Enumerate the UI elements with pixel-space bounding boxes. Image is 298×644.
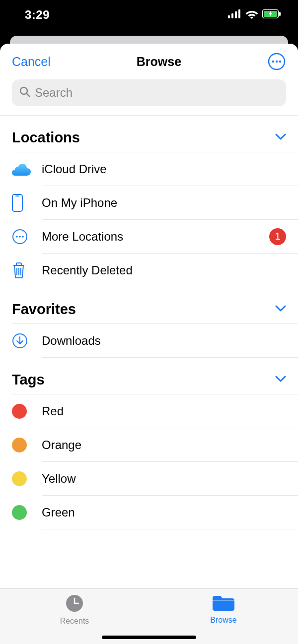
content-scroll[interactable]: Locations iCloud Drive On My iP [0, 115, 298, 644]
tags-list: Red Orange Yellow Green [0, 394, 298, 529]
tab-label: Recents [60, 617, 89, 626]
svg-rect-2 [235, 11, 237, 18]
row-label: iCloud Drive [42, 162, 107, 176]
folder-icon [213, 594, 234, 614]
favorite-downloads[interactable]: Downloads [12, 324, 298, 358]
favorites-header[interactable]: Favorites [0, 287, 298, 323]
svg-rect-13 [12, 194, 22, 211]
locations-list: iCloud Drive On My iPhone More Locations… [0, 152, 298, 287]
tag-yellow[interactable]: Yellow [12, 462, 298, 496]
svg-rect-0 [228, 15, 230, 18]
svg-point-18 [22, 236, 24, 238]
ellipsis-circle-icon [268, 53, 286, 70]
status-time: 3:29 [25, 8, 50, 22]
row-label: Green [42, 506, 75, 519]
chevron-down-icon [275, 376, 286, 385]
clock-icon [65, 594, 84, 615]
search-input[interactable]: Search [12, 79, 286, 106]
browse-sheet: Cancel Browse Search Locations [0, 44, 298, 644]
row-label: Red [42, 404, 64, 418]
row-label: More Locations [42, 230, 123, 244]
cancel-button[interactable]: Cancel [12, 55, 51, 69]
location-recently-deleted[interactable]: Recently Deleted [12, 254, 298, 287]
tag-dot-icon [12, 438, 27, 452]
tag-green[interactable]: Green [12, 496, 298, 529]
home-indicator[interactable] [102, 636, 196, 639]
chevron-down-icon [275, 133, 286, 142]
row-label: Downloads [42, 334, 101, 348]
cellular-icon [228, 9, 241, 20]
tag-dot-icon [12, 471, 27, 486]
location-icloud-drive[interactable]: iCloud Drive [12, 152, 298, 186]
row-label: Orange [42, 438, 81, 452]
page-title: Browse [137, 55, 181, 69]
search-placeholder: Search [35, 86, 73, 100]
location-more-locations[interactable]: More Locations 1 [12, 220, 298, 254]
locations-title: Locations [12, 129, 80, 146]
notification-badge: 1 [269, 228, 286, 245]
tag-dot-icon [12, 404, 27, 419]
tag-orange[interactable]: Orange [12, 428, 298, 462]
icloud-icon [12, 163, 42, 176]
svg-point-10 [279, 61, 281, 63]
svg-point-16 [16, 236, 18, 238]
download-circle-icon [12, 333, 42, 349]
device-frame: 3:29 Cancel Browse [0, 0, 298, 644]
battery-charging-icon [262, 9, 281, 20]
iphone-icon [12, 194, 42, 212]
tab-bar: Recents Browse [0, 588, 298, 644]
favorites-list: Downloads [0, 323, 298, 358]
svg-point-17 [19, 236, 21, 238]
ellipsis-circle-icon [12, 229, 42, 245]
svg-rect-27 [213, 600, 234, 601]
tag-dot-icon [12, 505, 27, 520]
svg-rect-3 [238, 9, 240, 18]
tags-header[interactable]: Tags [0, 358, 298, 394]
nav-bar: Cancel Browse [0, 44, 298, 79]
search-icon [19, 86, 31, 100]
svg-point-9 [276, 61, 278, 63]
chevron-down-icon [275, 305, 286, 314]
svg-rect-6 [279, 12, 281, 16]
status-bar: 3:29 [0, 0, 298, 30]
tag-red[interactable]: Red [12, 394, 298, 428]
wifi-icon [245, 9, 258, 21]
locations-header[interactable]: Locations [0, 116, 298, 152]
svg-rect-1 [231, 13, 233, 18]
favorites-title: Favorites [12, 301, 76, 318]
tab-label: Browse [210, 616, 236, 625]
search-container: Search [0, 79, 298, 115]
status-icons [228, 9, 281, 21]
svg-point-8 [272, 61, 274, 63]
more-button[interactable] [267, 52, 286, 71]
tags-title: Tags [12, 372, 45, 388]
row-label: On My iPhone [42, 196, 117, 210]
trash-icon [12, 262, 42, 279]
row-label: Recently Deleted [42, 263, 133, 277]
svg-line-12 [27, 94, 30, 97]
location-on-my-iphone[interactable]: On My iPhone [12, 186, 298, 220]
row-label: Yellow [42, 472, 76, 486]
